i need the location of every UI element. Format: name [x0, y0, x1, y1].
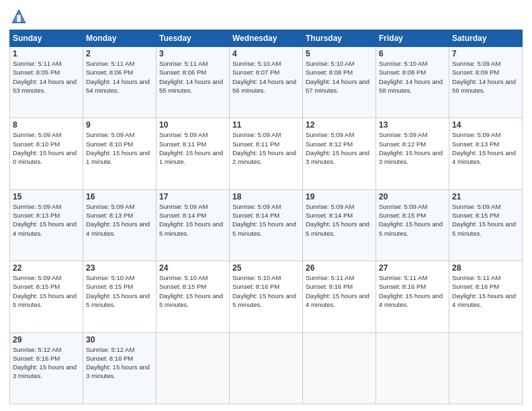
day-number: 25 — [232, 263, 300, 273]
sunrise-label: Sunrise: 5:10 AM — [232, 60, 281, 67]
sunset-label: Sunset: 8:06 PM — [86, 68, 133, 76]
day-info: Sunrise: 5:10 AM Sunset: 8:15 PM Dayligh… — [86, 273, 153, 309]
day-info: Sunrise: 5:09 AM Sunset: 8:13 PM Dayligh… — [13, 202, 80, 238]
sunset-label: Sunset: 8:13 PM — [13, 212, 60, 219]
sunrise-label: Sunrise: 5:09 AM — [452, 131, 500, 138]
day-number: 21 — [452, 192, 519, 201]
calendar-day-cell — [303, 332, 376, 404]
sunrise-label: Sunrise: 5:09 AM — [159, 131, 208, 138]
sunset-label: Sunset: 8:08 PM — [379, 68, 426, 76]
sunrise-label: Sunrise: 5:12 AM — [13, 346, 61, 353]
day-info: Sunrise: 5:12 AM Sunset: 8:16 PM Dayligh… — [13, 345, 80, 381]
calendar-day-cell: 5 Sunrise: 5:10 AM Sunset: 8:08 PM Dayli… — [303, 47, 376, 118]
day-number: 17 — [159, 192, 226, 201]
day-number: 22 — [13, 263, 80, 273]
calendar-week-row: 29 Sunrise: 5:12 AM Sunset: 8:16 PM Dayl… — [10, 332, 523, 404]
daylight-label: Daylight: 15 hours and 4 minutes. — [86, 220, 150, 236]
sunset-label: Sunset: 8:16 PM — [13, 355, 60, 362]
weekday-header: Friday — [376, 30, 449, 47]
logo-icon — [9, 7, 28, 26]
calendar-table: SundayMondayTuesdayWednesdayThursdayFrid… — [9, 30, 523, 404]
sunrise-label: Sunrise: 5:09 AM — [306, 203, 354, 210]
sunset-label: Sunset: 8:13 PM — [86, 212, 133, 219]
calendar-week-row: 1 Sunrise: 5:11 AM Sunset: 8:05 PM Dayli… — [10, 47, 523, 118]
day-number: 29 — [13, 335, 80, 345]
calendar-day-cell: 6 Sunrise: 5:10 AM Sunset: 8:08 PM Dayli… — [376, 47, 449, 118]
calendar-day-cell: 4 Sunrise: 5:10 AM Sunset: 8:07 PM Dayli… — [230, 47, 303, 118]
daylight-label: Daylight: 14 hours and 57 minutes. — [306, 78, 369, 94]
day-number: 1 — [13, 49, 80, 58]
daylight-label: Daylight: 15 hours and 1 minute. — [159, 149, 223, 165]
svg-rect-2 — [17, 15, 20, 22]
sunrise-label: Sunrise: 5:09 AM — [452, 60, 500, 67]
day-info: Sunrise: 5:11 AM Sunset: 8:06 PM Dayligh… — [86, 59, 153, 95]
calendar-day-cell: 28 Sunrise: 5:11 AM Sunset: 8:16 PM Dayl… — [449, 261, 523, 332]
calendar-day-cell: 27 Sunrise: 5:11 AM Sunset: 8:16 PM Dayl… — [376, 261, 449, 332]
weekday-header: Sunday — [10, 30, 83, 47]
daylight-label: Daylight: 15 hours and 5 minutes. — [452, 220, 516, 236]
logo — [9, 7, 31, 26]
calendar-day-cell: 10 Sunrise: 5:09 AM Sunset: 8:11 PM Dayl… — [157, 118, 230, 189]
calendar-day-cell: 23 Sunrise: 5:10 AM Sunset: 8:15 PM Dayl… — [83, 261, 157, 332]
sunset-label: Sunset: 8:15 PM — [86, 283, 133, 290]
day-info: Sunrise: 5:09 AM Sunset: 8:14 PM Dayligh… — [159, 202, 226, 238]
daylight-label: Daylight: 14 hours and 54 minutes. — [86, 78, 150, 94]
daylight-label: Daylight: 15 hours and 5 minutes. — [159, 220, 223, 236]
day-number: 4 — [232, 49, 300, 58]
day-info: Sunrise: 5:09 AM Sunset: 8:14 PM Dayligh… — [306, 202, 373, 238]
sunset-label: Sunset: 8:12 PM — [306, 140, 353, 148]
daylight-label: Daylight: 14 hours and 55 minutes. — [159, 78, 223, 94]
day-info: Sunrise: 5:11 AM Sunset: 8:16 PM Dayligh… — [379, 273, 446, 309]
sunset-label: Sunset: 8:16 PM — [86, 355, 133, 362]
sunrise-label: Sunrise: 5:11 AM — [13, 60, 61, 67]
calendar-day-cell: 9 Sunrise: 5:09 AM Sunset: 8:10 PM Dayli… — [83, 118, 157, 189]
sunset-label: Sunset: 8:06 PM — [159, 68, 206, 76]
weekday-header: Wednesday — [230, 30, 303, 47]
day-info: Sunrise: 5:10 AM Sunset: 8:07 PM Dayligh… — [232, 59, 300, 95]
weekday-header: Monday — [83, 30, 157, 47]
day-info: Sunrise: 5:09 AM Sunset: 8:09 PM Dayligh… — [452, 59, 519, 95]
day-number: 2 — [86, 49, 153, 58]
calendar-day-cell: 11 Sunrise: 5:09 AM Sunset: 8:11 PM Dayl… — [230, 118, 303, 189]
header — [9, 7, 523, 26]
sunrise-label: Sunrise: 5:09 AM — [306, 131, 354, 138]
sunrise-label: Sunrise: 5:09 AM — [159, 203, 208, 210]
sunset-label: Sunset: 8:10 PM — [13, 140, 60, 148]
sunset-label: Sunset: 8:16 PM — [306, 283, 353, 290]
daylight-label: Daylight: 15 hours and 0 minutes. — [13, 149, 77, 165]
sunset-label: Sunset: 8:10 PM — [86, 140, 133, 148]
calendar-day-cell — [230, 332, 303, 404]
daylight-label: Daylight: 15 hours and 4 minutes. — [379, 292, 443, 308]
daylight-label: Daylight: 15 hours and 3 minutes. — [86, 363, 150, 379]
calendar-week-row: 22 Sunrise: 5:09 AM Sunset: 8:15 PM Dayl… — [10, 261, 523, 332]
daylight-label: Daylight: 15 hours and 3 minutes. — [306, 149, 369, 165]
sunrise-label: Sunrise: 5:09 AM — [232, 131, 281, 138]
calendar-day-cell — [157, 332, 230, 404]
day-number: 3 — [159, 49, 226, 58]
day-number: 11 — [232, 120, 300, 130]
sunset-label: Sunset: 8:09 PM — [452, 68, 499, 76]
sunrise-label: Sunrise: 5:11 AM — [379, 274, 427, 281]
day-info: Sunrise: 5:09 AM Sunset: 8:14 PM Dayligh… — [232, 202, 300, 238]
sunset-label: Sunset: 8:11 PM — [159, 140, 206, 148]
day-number: 27 — [379, 263, 446, 273]
sunset-label: Sunset: 8:05 PM — [13, 68, 60, 76]
daylight-label: Daylight: 15 hours and 5 minutes. — [159, 292, 223, 308]
calendar-day-cell: 16 Sunrise: 5:09 AM Sunset: 8:13 PM Dayl… — [83, 189, 157, 261]
sunset-label: Sunset: 8:15 PM — [379, 212, 426, 219]
day-info: Sunrise: 5:09 AM Sunset: 8:12 PM Dayligh… — [306, 130, 373, 166]
sunrise-label: Sunrise: 5:09 AM — [232, 203, 281, 210]
day-info: Sunrise: 5:11 AM Sunset: 8:16 PM Dayligh… — [306, 273, 373, 309]
daylight-label: Daylight: 14 hours and 59 minutes. — [452, 78, 516, 94]
day-info: Sunrise: 5:11 AM Sunset: 8:06 PM Dayligh… — [159, 59, 226, 95]
sunset-label: Sunset: 8:15 PM — [13, 283, 60, 290]
day-number: 6 — [379, 49, 446, 58]
day-info: Sunrise: 5:09 AM Sunset: 8:15 PM Dayligh… — [13, 273, 80, 309]
sunrise-label: Sunrise: 5:09 AM — [452, 203, 500, 210]
day-info: Sunrise: 5:09 AM Sunset: 8:10 PM Dayligh… — [13, 130, 80, 166]
day-number: 12 — [306, 120, 373, 130]
day-number: 16 — [86, 192, 153, 201]
day-number: 5 — [306, 49, 373, 58]
sunrise-label: Sunrise: 5:11 AM — [452, 274, 500, 281]
calendar-week-row: 8 Sunrise: 5:09 AM Sunset: 8:10 PM Dayli… — [10, 118, 523, 189]
